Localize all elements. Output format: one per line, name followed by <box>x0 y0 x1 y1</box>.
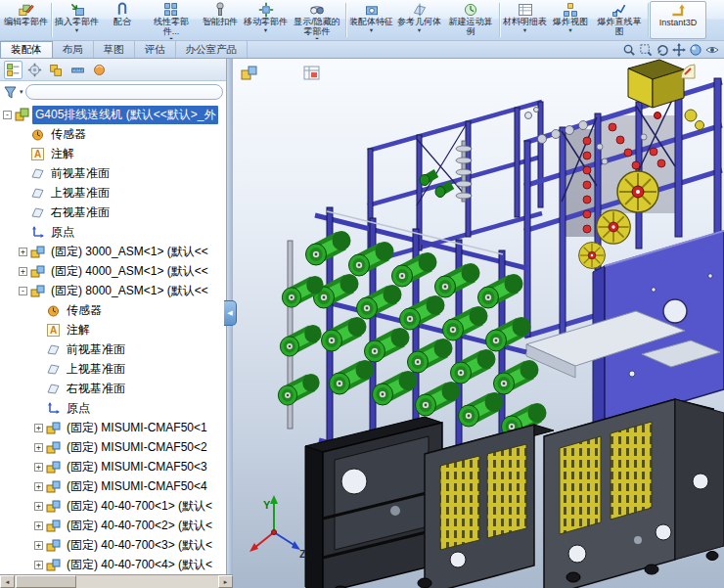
feature-tree: -G405排线送线机 (默认<<默认>_外传感器A注解前视基准面上视基准面右视基… <box>0 103 226 574</box>
flyout-tree-icon[interactable] <box>241 65 258 82</box>
scroll-left-button[interactable]: ◄ <box>0 575 15 588</box>
ribbon-button-label: 新建运动算例 <box>445 18 496 36</box>
tree-item[interactable]: 上视基准面 <box>0 359 226 379</box>
ribbon-button-insert-components[interactable]: 插入零部件▼ <box>53 1 101 39</box>
tree-item[interactable]: 原点 <box>0 222 226 242</box>
ribbon-separator <box>648 3 649 37</box>
expand-toggle[interactable]: + <box>34 482 43 491</box>
tree-item[interactable]: +(固定) MISUMI-CMAF50<4 <box>0 476 226 496</box>
tree-item[interactable]: +(固定) 40-40-700<3> (默认< <box>0 535 226 555</box>
expand-toggle[interactable]: + <box>34 502 43 511</box>
tab-4[interactable]: 评估 <box>135 41 176 58</box>
tree-item[interactable]: +(固定) MISUMI-CMAF50<3 <box>0 457 226 476</box>
ribbon-button-smart-fasteners[interactable]: 智能扣件 <box>199 1 242 39</box>
show-hidden-components-icon <box>309 2 325 18</box>
ribbon-button-reference-geometry[interactable]: 参考几何体▼ <box>395 1 443 39</box>
ribbon-button-instant3d[interactable]: Instant3D <box>650 1 706 39</box>
ribbon-button-move-component[interactable]: 移动零部件▼ <box>242 1 290 39</box>
rotate-view-icon[interactable] <box>656 43 669 57</box>
tree-item[interactable]: +(固定) 40-40-700<2> (默认< <box>0 516 226 535</box>
dimxpertmanager-icon[interactable] <box>68 61 87 79</box>
tree-item[interactable]: +(固定) 40-40-700<1> (默认< <box>0 496 226 516</box>
zoom-area-icon[interactable] <box>639 43 653 57</box>
displaymanager-icon[interactable] <box>90 61 109 79</box>
annotations-icon: A <box>46 323 61 338</box>
bill-of-materials-icon <box>518 2 533 18</box>
tree-item[interactable]: +(固定) 3000_ASM<1> (默认<< <box>0 242 226 261</box>
tree-item[interactable]: +(固定) 40-40-700<4> (默认< <box>0 555 226 574</box>
ribbon-button-label: Instant3D <box>653 19 703 28</box>
graphics-area[interactable]: Y Z <box>233 59 724 588</box>
ribbon-button-mate[interactable]: 配合 <box>101 1 144 39</box>
cad-model: Y Z <box>233 59 724 588</box>
expand-toggle[interactable]: + <box>34 424 43 432</box>
component-icon <box>46 499 61 514</box>
tree-item[interactable]: +(固定) MISUMI-CMAF50<1 <box>0 418 226 437</box>
tree-item[interactable]: 传感器 <box>0 124 226 144</box>
expand-toggle[interactable]: + <box>34 521 43 530</box>
ribbon-button-new-motion-study[interactable]: 新建运动算例 <box>443 1 498 39</box>
tree-item-label: 右视基准面 <box>67 381 125 397</box>
tree-item[interactable]: +(固定) 4000_ASM<1> (默认<< <box>0 261 226 281</box>
tree-item[interactable]: 上视基准面 <box>0 183 226 203</box>
confirmation-corner-icon[interactable] <box>679 63 697 80</box>
expand-toggle[interactable]: + <box>19 267 27 276</box>
tree-item[interactable]: A注解 <box>0 320 226 339</box>
filter-dropdown-arrow-icon[interactable]: ▾ <box>20 88 23 96</box>
tree-item[interactable]: A注解 <box>0 144 226 163</box>
zoom-fit-icon[interactable] <box>622 43 636 57</box>
ribbon-button-bill-of-materials[interactable]: 材料明细表▼ <box>501 1 549 39</box>
tab-2[interactable]: 布局 <box>53 41 94 58</box>
tree-filter-input[interactable] <box>25 84 223 100</box>
scroll-thumb[interactable] <box>16 575 76 588</box>
panel-collapse-button[interactable]: ◀ <box>224 300 237 326</box>
tree-item-label: 前视基准面 <box>67 341 125 358</box>
tree-item-label: (固定) MISUMI-CMAF50<3 <box>67 459 207 475</box>
tree-item-label: 原点 <box>51 224 74 241</box>
expand-toggle[interactable]: + <box>34 561 43 569</box>
expand-toggle[interactable]: - <box>3 111 12 119</box>
tree-item[interactable]: -G405排线送线机 (默认<<默认>_外 <box>0 105 226 124</box>
tree-item[interactable]: 前视基准面 <box>0 339 226 359</box>
ribbon-separator <box>345 3 346 37</box>
expand-toggle[interactable]: + <box>34 443 43 452</box>
expand-toggle[interactable]: + <box>34 541 43 550</box>
mate-icon <box>114 2 130 18</box>
appearance-icon[interactable] <box>689 43 702 57</box>
propertymanager-icon[interactable] <box>25 61 44 79</box>
tree-item[interactable]: 前视基准面 <box>0 163 226 183</box>
tab-1[interactable]: 装配体 <box>0 41 53 58</box>
dropdown-arrow-icon: ▼ <box>74 27 79 33</box>
pan-icon[interactable] <box>672 43 686 57</box>
expand-toggle[interactable]: + <box>19 248 27 256</box>
filter-funnel-icon[interactable] <box>3 85 18 100</box>
command-manager-ribbon: 编辑零部件插入零部件▼配合线性零部件...▼智能扣件移动零部件▼显示/隐藏的零部… <box>0 0 724 41</box>
ribbon-button-show-hidden-components[interactable]: 显示/隐藏的零部件▼ <box>290 1 344 39</box>
tree-item[interactable]: 传感器 <box>0 300 226 320</box>
featuremanager-tree-icon[interactable] <box>4 61 23 79</box>
ribbon-button-linear-component-pattern[interactable]: 线性零部件...▼ <box>144 1 199 39</box>
ribbon-button-edit-component[interactable]: 编辑零部件 <box>2 1 50 39</box>
tree-item[interactable]: +(固定) MISUMI-CMAF50<2 <box>0 437 226 457</box>
expand-toggle[interactable]: + <box>34 463 43 472</box>
edit-component-icon <box>19 2 34 18</box>
tree-item-label: (固定) 40-40-700<4> (默认< <box>67 557 212 573</box>
ribbon-button-exploded-view[interactable]: 爆炸视图▼ <box>549 1 592 39</box>
scroll-track[interactable] <box>76 575 218 588</box>
tree-item[interactable]: 原点 <box>0 398 226 418</box>
tab-3[interactable]: 草图 <box>94 41 135 58</box>
dropdown-arrow-icon: ▼ <box>314 36 319 39</box>
tree-item-label: 注解 <box>51 146 74 162</box>
tree-item[interactable]: 右视基准面 <box>0 379 226 398</box>
view-settings-icon[interactable] <box>705 43 719 57</box>
scroll-right-button[interactable]: ► <box>218 575 233 588</box>
expand-toggle[interactable]: - <box>19 287 27 295</box>
configurationmanager-icon[interactable] <box>47 61 66 79</box>
tree-item[interactable]: -(固定) 8000_ASM<1> (默认<< <box>0 281 226 300</box>
display-pane-icon[interactable] <box>303 65 321 82</box>
tree-item[interactable]: 右视基准面 <box>0 203 226 222</box>
ribbon-button-explode-line-sketch[interactable]: 爆炸直线草图 <box>592 1 647 39</box>
manager-tab-bar <box>0 59 226 81</box>
tab-5[interactable]: 办公室产品 <box>176 41 249 58</box>
ribbon-button-assembly-features[interactable]: 装配体特征▼ <box>347 1 395 39</box>
